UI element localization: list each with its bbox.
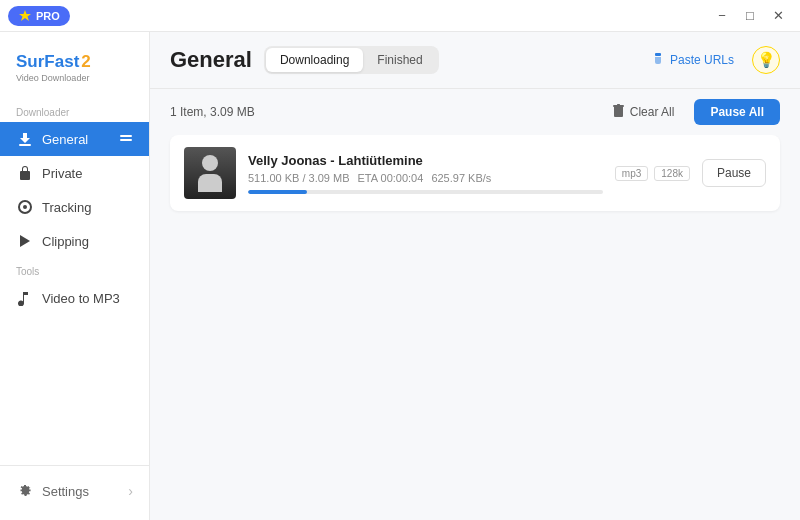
- paste-urls-button[interactable]: Paste URLs: [643, 48, 742, 73]
- pro-badge[interactable]: PRO: [8, 6, 70, 26]
- maximize-button[interactable]: □: [736, 2, 764, 30]
- download-list: Velly Joonas - Lahtiütlemine 511.00 KB /…: [150, 135, 800, 520]
- download-info: Velly Joonas - Lahtiütlemine 511.00 KB /…: [248, 153, 603, 194]
- action-buttons: Clear All Pause All: [602, 99, 780, 125]
- sidebar-item-clipping-label: Clipping: [42, 234, 89, 249]
- logo-surfast: SurFast: [16, 52, 79, 72]
- clear-all-button[interactable]: Clear All: [602, 99, 685, 125]
- svg-rect-7: [617, 104, 620, 106]
- download-meta: 511.00 KB / 3.09 MB ETA 00:00:04 625.97 …: [248, 172, 603, 184]
- sidebar-item-tracking[interactable]: Tracking: [0, 190, 149, 224]
- sidebar-item-general-badge: [119, 131, 133, 148]
- download-eta: ETA 00:00:04: [358, 172, 424, 184]
- bulb-button[interactable]: 💡: [752, 46, 780, 74]
- sidebar-item-private[interactable]: Private: [0, 156, 149, 190]
- pro-label: PRO: [36, 10, 60, 22]
- main-header: General Downloading Finished Paste URLs …: [150, 32, 800, 89]
- progress-bar: [248, 190, 603, 194]
- download-title: Velly Joonas - Lahtiütlemine: [248, 153, 603, 168]
- logo-num: 2: [81, 52, 90, 72]
- download-icon: [16, 130, 34, 148]
- svg-rect-5: [655, 53, 661, 56]
- table-row: Velly Joonas - Lahtiütlemine 511.00 KB /…: [170, 135, 780, 211]
- quality-badge: 128k: [654, 166, 690, 181]
- sidebar-item-clipping[interactable]: Clipping: [0, 224, 149, 258]
- downloader-section-label: Downloader: [0, 99, 149, 122]
- titlebar: PRO − □ ✕: [0, 0, 800, 32]
- sidebar-item-general-label: General: [42, 132, 88, 147]
- sub-header: 1 Item, 3.09 MB Clear All Pause All: [150, 89, 800, 135]
- paste-urls-label: Paste URLs: [670, 53, 734, 67]
- minimize-button[interactable]: −: [708, 2, 736, 30]
- sidebar-item-settings[interactable]: Settings ›: [0, 474, 149, 508]
- logo-subtitle: Video Downloader: [16, 73, 133, 83]
- download-size: 511.00 KB / 3.09 MB: [248, 172, 350, 184]
- chevron-right-icon: ›: [128, 483, 133, 499]
- sidebar-footer: Settings ›: [0, 465, 149, 508]
- pause-button[interactable]: Pause: [702, 159, 766, 187]
- tools-section-label: Tools: [0, 258, 149, 281]
- sidebar-item-video-to-mp3[interactable]: Video to MP3: [0, 281, 149, 315]
- format-badges: mp3 128k: [615, 166, 690, 181]
- link-icon: [651, 52, 665, 69]
- settings-icon: [16, 482, 34, 500]
- progress-bar-fill: [248, 190, 307, 194]
- format-badge: mp3: [615, 166, 648, 181]
- settings-label: Settings: [42, 484, 89, 499]
- svg-rect-2: [120, 139, 132, 141]
- clear-all-label: Clear All: [630, 105, 675, 119]
- pause-all-button[interactable]: Pause All: [694, 99, 780, 125]
- items-info: 1 Item, 3.09 MB: [170, 105, 255, 119]
- sidebar-item-general[interactable]: General: [0, 122, 149, 156]
- download-speed: 625.97 KB/s: [431, 172, 491, 184]
- trash-icon: [612, 104, 625, 120]
- tab-group: Downloading Finished: [264, 46, 439, 74]
- close-button[interactable]: ✕: [764, 2, 792, 30]
- app-body: SurFast 2 Video Downloader Downloader Ge…: [0, 32, 800, 520]
- svg-point-4: [23, 205, 27, 209]
- tab-finished[interactable]: Finished: [363, 48, 436, 72]
- svg-rect-1: [120, 135, 132, 137]
- scissors-icon: [16, 232, 34, 250]
- tracking-icon: [16, 198, 34, 216]
- sidebar-item-private-label: Private: [42, 166, 82, 181]
- sidebar-item-tracking-label: Tracking: [42, 200, 91, 215]
- tab-downloading[interactable]: Downloading: [266, 48, 363, 72]
- sidebar-item-video-to-mp3-label: Video to MP3: [42, 291, 120, 306]
- svg-rect-0: [19, 144, 31, 146]
- download-thumbnail: [184, 147, 236, 199]
- header-actions: Paste URLs 💡: [643, 46, 780, 74]
- main-content: General Downloading Finished Paste URLs …: [150, 32, 800, 520]
- sidebar: SurFast 2 Video Downloader Downloader Ge…: [0, 32, 150, 520]
- page-title: General: [170, 47, 252, 73]
- lock-icon: [16, 164, 34, 182]
- music-icon: [16, 289, 34, 307]
- logo: SurFast 2 Video Downloader: [0, 44, 149, 99]
